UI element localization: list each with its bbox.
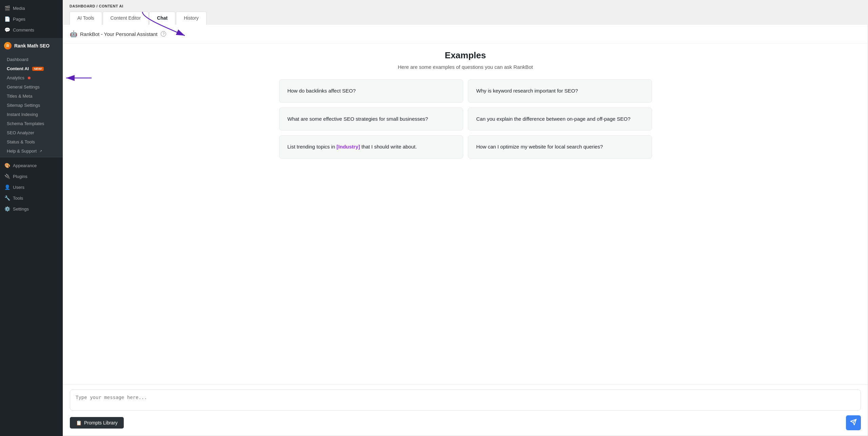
appearance-icon: 🎨: [4, 163, 10, 168]
pages-icon: 📄: [4, 16, 10, 22]
top-section: DASHBOARD / CONTENT AI AI Tools Content …: [63, 0, 868, 25]
content-ai-label: Content AI: [7, 66, 29, 71]
analytics-dot: [28, 77, 31, 79]
sidebar-item-dashboard[interactable]: Dashboard: [0, 55, 63, 64]
message-input[interactable]: [70, 390, 861, 411]
example-card-6[interactable]: How can I optimize my website for local …: [468, 135, 652, 159]
new-badge: New!: [32, 67, 44, 71]
help-icon[interactable]: ?: [161, 31, 166, 37]
rank-math-icon: R: [4, 42, 12, 49]
prompts-library-label: Prompts Library: [84, 420, 118, 425]
sidebar-item-appearance[interactable]: 🎨 Appearance: [0, 160, 63, 171]
example-card-3-text: What are some effective SEO strategies f…: [288, 116, 428, 122]
sidebar-item-users[interactable]: 👤 Users: [0, 182, 63, 193]
breadcrumb-current: CONTENT AI: [99, 4, 123, 8]
sidebar-item-seo-analyzer[interactable]: SEO Analyzer: [0, 128, 63, 137]
main-content: DASHBOARD / CONTENT AI AI Tools Content …: [63, 0, 868, 436]
sidebar-item-general-settings[interactable]: General Settings: [0, 82, 63, 92]
sidebar-item-plugins[interactable]: 🔌 Plugins: [0, 171, 63, 182]
examples-section: Examples Here are some examples of quest…: [279, 50, 652, 159]
users-icon: 👤: [4, 184, 10, 190]
example-card-6-text: How can I optimize my website for local …: [476, 144, 603, 150]
example-card-4-text: Can you explain the difference between o…: [476, 116, 631, 122]
example-card-4[interactable]: Can you explain the difference between o…: [468, 107, 652, 131]
sidebar: 🎬 Media 📄 Pages 💬 Comments R Rank Math S…: [0, 0, 63, 436]
rankbot-title: RankBot - Your Personal Assistant: [80, 31, 157, 37]
breadcrumb: DASHBOARD / CONTENT AI: [70, 4, 868, 8]
tools-icon: 🔧: [4, 195, 10, 201]
example-card-5[interactable]: List trending topics in [Industry] that …: [279, 135, 463, 159]
example-card-3[interactable]: What are some effective SEO strategies f…: [279, 107, 463, 131]
sidebar-item-schema-templates[interactable]: Schema Templates: [0, 119, 63, 128]
tab-history[interactable]: History: [176, 12, 206, 25]
example-card-1-text: How do backlinks affect SEO?: [288, 88, 356, 94]
instant-indexing-label: Instant Indexing: [7, 112, 38, 117]
tools-label: Tools: [13, 196, 23, 201]
sidebar-top-section: 🎬 Media 📄 Pages 💬 Comments: [0, 0, 63, 38]
breadcrumb-parent[interactable]: DASHBOARD: [70, 4, 95, 8]
sidebar-item-comments[interactable]: 💬 Comments: [0, 24, 63, 35]
sidebar-item-sitemap-settings[interactable]: Sitemap Settings: [0, 101, 63, 110]
sidebar-item-help-support[interactable]: Help & Support ↗: [0, 146, 63, 156]
example-card-1[interactable]: How do backlinks affect SEO?: [279, 79, 463, 103]
dashboard-label: Dashboard: [7, 57, 28, 62]
example-card-5-highlight: [Industry]: [337, 144, 360, 150]
example-card-5-text-after: that I should write about.: [360, 144, 417, 150]
analytics-label: Analytics: [7, 75, 24, 80]
rank-math-section: R Rank Math SEO Dashboard Content AI New…: [0, 38, 63, 157]
status-tools-label: Status & Tools: [7, 139, 35, 144]
general-settings-label: General Settings: [7, 84, 40, 90]
tabs-bar: AI Tools Content Editor Chat History: [70, 12, 868, 25]
sidebar-item-pages[interactable]: 📄 Pages: [0, 14, 63, 24]
sitemap-settings-label: Sitemap Settings: [7, 103, 40, 108]
prompts-library-icon: 📋: [76, 420, 82, 425]
examples-subtitle: Here are some examples of questions you …: [279, 64, 652, 70]
input-actions: 📋 Prompts Library: [70, 415, 861, 430]
users-label: Users: [13, 185, 24, 190]
examples-grid: How do backlinks affect SEO? Why is keyw…: [279, 79, 652, 159]
sidebar-item-label: Comments: [13, 27, 34, 33]
titles-meta-label: Titles & Meta: [7, 94, 32, 99]
rankbot-icon: 🤖: [70, 30, 77, 38]
examples-title: Examples: [279, 50, 652, 61]
plugins-label: Plugins: [13, 174, 27, 179]
sidebar-item-instant-indexing[interactable]: Instant Indexing: [0, 110, 63, 119]
rank-math-title: Rank Math SEO: [14, 43, 50, 48]
sidebar-item-settings[interactable]: ⚙️ Settings: [0, 203, 63, 214]
seo-analyzer-label: SEO Analyzer: [7, 130, 34, 135]
appearance-label: Appearance: [13, 163, 37, 168]
sidebar-item-titles-meta[interactable]: Titles & Meta: [0, 92, 63, 101]
sidebar-item-content-ai[interactable]: Content AI New!: [0, 64, 63, 73]
settings-icon: ⚙️: [4, 206, 10, 212]
sidebar-item-analytics[interactable]: Analytics: [0, 73, 63, 82]
example-card-5-text-before: List trending topics in: [288, 144, 337, 150]
chat-area: Examples Here are some examples of quest…: [63, 43, 868, 384]
rankbot-header: 🤖 RankBot - Your Personal Assistant ?: [63, 25, 868, 43]
settings-label: Settings: [13, 206, 29, 212]
help-support-label: Help & Support: [7, 148, 37, 154]
rank-math-header[interactable]: R Rank Math SEO: [0, 38, 63, 54]
tab-content-editor[interactable]: Content Editor: [103, 12, 149, 25]
rank-math-submenu: Dashboard Content AI New! Analytics Gene…: [0, 54, 63, 157]
sidebar-bottom-section: 🎨 Appearance 🔌 Plugins 👤 Users 🔧 Tools ⚙…: [0, 157, 63, 217]
sidebar-item-status-tools[interactable]: Status & Tools: [0, 137, 63, 146]
media-icon: 🎬: [4, 5, 10, 11]
sidebar-item-label: Pages: [13, 17, 25, 22]
send-icon: [850, 419, 857, 427]
sidebar-item-label: Media: [13, 6, 25, 11]
schema-templates-label: Schema Templates: [7, 121, 44, 126]
example-card-2[interactable]: Why is keyword research important for SE…: [468, 79, 652, 103]
input-area: 📋 Prompts Library: [63, 384, 868, 436]
tab-chat[interactable]: Chat: [149, 12, 175, 25]
prompts-library-button[interactable]: 📋 Prompts Library: [70, 417, 124, 429]
send-button[interactable]: [846, 415, 861, 430]
external-link-icon: ↗: [39, 149, 42, 153]
tab-ai-tools[interactable]: AI Tools: [70, 12, 102, 25]
sidebar-item-media[interactable]: 🎬 Media: [0, 3, 63, 14]
breadcrumb-separator: /: [97, 4, 99, 8]
comments-icon: 💬: [4, 27, 10, 33]
plugins-icon: 🔌: [4, 174, 10, 179]
sidebar-item-tools[interactable]: 🔧 Tools: [0, 193, 63, 203]
example-card-2-text: Why is keyword research important for SE…: [476, 88, 578, 94]
content-panel: 🤖 RankBot - Your Personal Assistant ? Ex…: [63, 25, 868, 436]
